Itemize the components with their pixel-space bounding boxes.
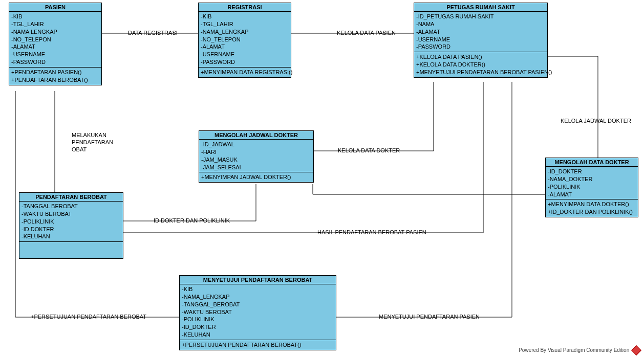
attr: -KIB <box>182 285 334 293</box>
attr: -PASSWORD <box>416 43 545 51</box>
class-title: REGISTRASI <box>199 3 291 12</box>
method: +KELOLA DATA PASIEN() <box>416 53 545 61</box>
label-kelola-data-pasien: KELOLA DATA PASIEN <box>337 30 396 36</box>
attr: -KIB <box>201 13 289 20</box>
class-methods: +PERSETUJUAN PENDAFTARAN BEROBAT() <box>180 340 336 350</box>
attr: -KELUHAN <box>22 233 121 240</box>
label-kelola-jadwal-dokter: KELOLA JADWAL DOKTER <box>561 118 631 124</box>
method: +PENDAFTARAN BEROBAT() <box>11 76 99 84</box>
class-methods: +MENYIMPAN JADWAL DOKTER() <box>199 172 313 182</box>
attr: -ID_DOKTER <box>182 323 334 331</box>
attr: -WAKTU BEROBAT <box>22 210 121 218</box>
attr: -USERNAME <box>416 36 545 43</box>
attr: -ALAMAT <box>11 43 99 51</box>
label-melakukan-3: OBAT <box>72 146 87 152</box>
method: +MENYIMPAN JADWAL DOKTER() <box>201 173 311 181</box>
attr: -TGL_LAHIR <box>201 20 289 28</box>
attr: -NAMA_DOKTER <box>548 175 636 183</box>
label-data-registrasi: DATA REGISTRASI <box>128 30 178 36</box>
attr: -TGL_LAHIR <box>11 20 99 28</box>
attr: -NO_TELEPON <box>11 36 99 43</box>
class-methods: +KELOLA DATA PASIEN() +KELOLA DATA DOKTE… <box>414 52 547 77</box>
class-petugas: PETUGAS RUMAH SAKIT -ID_PETUGAS RUMAH SA… <box>414 3 548 78</box>
attr: -TANGGAL_BEROBAT <box>182 301 334 308</box>
attr: -KIB <box>11 13 99 20</box>
attr: -NAMA <box>416 20 545 28</box>
label-kelola-data-dokter: KELOLA DATA DOKTER <box>338 147 400 153</box>
method: +PERSETUJUAN PENDAFTARAN BEROBAT() <box>182 341 334 349</box>
attr: -NAMA_LENGKAP <box>201 28 289 36</box>
attr: -WAKTU BEROBAT <box>182 308 334 316</box>
class-attrs: -ID_DOKTER -NAMA_DOKTER -POLIKLINIK -ALA… <box>546 167 638 199</box>
label-id-dokter-poliklinik: ID DOKTER DAN POLIKLINIK <box>154 217 230 224</box>
class-mengolah-dokter: MENGOLAH DATA DOKTER -ID_DOKTER -NAMA_DO… <box>545 158 638 217</box>
label-melakukan-1: MELAKUKAN <box>72 132 106 138</box>
class-methods: +MENYIMPAN DATA REGISTRASI() <box>199 68 291 77</box>
method: +ID_DOKTER DAN POLIKLINIK() <box>548 208 636 216</box>
attr: -HARI <box>201 148 311 156</box>
attr: -ALAMAT <box>548 191 636 198</box>
attr: -ID_JADWAL <box>201 141 311 148</box>
attr: -NAMA LENGKAP <box>11 28 99 36</box>
class-menyetujui: MENYETUJUI PENDAFTARAN BEROBAT -KIB -NAM… <box>179 275 336 350</box>
attr: -POLIKLINIK <box>22 218 121 226</box>
class-jadwal: MENGOLAH JADWAL DOKTER -ID_JADWAL -HARI … <box>199 130 314 183</box>
class-pendaftaran: PENDAFTARAN BEROBAT -TANGGAL BEROBAT -WA… <box>19 192 123 259</box>
method: +MENYIMPAN DATA DOKTER() <box>548 201 636 208</box>
class-attrs: -TANGGAL BEROBAT -WAKTU BEROBAT -POLIKLI… <box>19 202 123 242</box>
class-title: PENDAFTARAN BEROBAT <box>19 193 123 202</box>
method: +KELOLA DATA DOKTER() <box>416 61 545 69</box>
method: +PENDAFTARAN PASIEN() <box>11 69 99 76</box>
class-attrs: -ID_JADWAL -HARI -JAM_MASUK -JAM_SELESAI <box>199 140 313 172</box>
label-persetujuan: +PERSETUJUAN PENDAFTARAN BEROBAT <box>31 314 146 320</box>
class-title: PASIEN <box>9 3 101 12</box>
footer-text: Powered By Visual Paradigm Community Edi… <box>519 347 629 353</box>
attr: -POLIKLINIK <box>548 183 636 191</box>
attr: -PASSWORD <box>11 58 99 66</box>
vp-logo-icon <box>631 345 641 355</box>
method: +MENYETUJUI PENDAFTARAN BEROBAT PASIEN() <box>416 69 545 76</box>
class-methods: +MENYIMPAN DATA DOKTER() +ID_DOKTER DAN … <box>546 199 638 217</box>
attr: -JAM_SELESAI <box>201 164 311 171</box>
attr: -ID_PETUGAS RUMAH SAKIT <box>416 13 545 20</box>
attr: -ID_DOKTER <box>548 168 636 175</box>
attr: -PASSWORD <box>201 58 289 66</box>
attr: -NAMA_LENGKAP <box>182 293 334 301</box>
attr: -USERNAME <box>201 51 289 58</box>
class-pasien: PASIEN -KIB -TGL_LAHIR -NAMA LENGKAP -NO… <box>9 3 102 85</box>
attr: -KELUHAN <box>182 331 334 339</box>
class-title: MENGOLAH JADWAL DOKTER <box>199 131 313 140</box>
class-methods <box>19 242 123 258</box>
class-attrs: -KIB -TGL_LAHIR -NAMA_LENGKAP -NO_TELEPO… <box>199 12 291 68</box>
class-title: PETUGAS RUMAH SAKIT <box>414 3 547 12</box>
label-melakukan-2: PENDAFTARAN <box>72 139 113 145</box>
label-menyetujui-pasien: MENYETUJUI PENDAFTARAN PASIEN <box>379 314 480 320</box>
class-registrasi: REGISTRASI -KIB -TGL_LAHIR -NAMA_LENGKAP… <box>198 3 291 78</box>
attr: -TANGGAL BEROBAT <box>22 203 121 210</box>
class-methods: +PENDAFTARAN PASIEN() +PENDAFTARAN BEROB… <box>9 68 101 85</box>
class-attrs: -KIB -TGL_LAHIR -NAMA LENGKAP -NO_TELEPO… <box>9 12 101 68</box>
attr: -ID DOKTER <box>22 226 121 233</box>
attr: -ALAMAT <box>416 28 545 36</box>
footer-credit: Powered By Visual Paradigm Community Edi… <box>519 347 640 354</box>
label-hasil-pendaftaran: HASIL PENDAFTARAN BEROBAT PASIEN <box>317 229 426 235</box>
class-attrs: -ID_PETUGAS RUMAH SAKIT -NAMA -ALAMAT -U… <box>414 12 547 52</box>
attr: -ALAMAT <box>201 43 289 51</box>
attr: -POLIKLINIK <box>182 316 334 323</box>
attr: -JAM_MASUK <box>201 156 311 164</box>
method: +MENYIMPAN DATA REGISTRASI() <box>201 69 289 76</box>
class-title: MENGOLAH DATA DOKTER <box>546 158 638 167</box>
attr: -NO_TELEPON <box>201 36 289 43</box>
class-attrs: -KIB -NAMA_LENGKAP -TANGGAL_BEROBAT -WAK… <box>180 284 336 340</box>
attr: -USERNAME <box>11 51 99 58</box>
class-title: MENYETUJUI PENDAFTARAN BEROBAT <box>180 276 336 284</box>
